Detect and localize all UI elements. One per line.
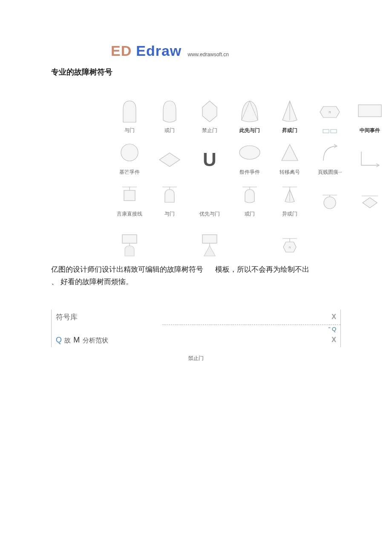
symbol-diamond-bar xyxy=(351,178,389,218)
close-icon[interactable]: X xyxy=(331,313,336,321)
panel-title: 符号库 xyxy=(56,312,78,322)
symbol-empty-r4-1 xyxy=(151,219,188,259)
label: 基芒孚件 xyxy=(119,169,140,176)
para-c: 、 好看的故障树而烦恼。 xyxy=(51,278,133,286)
symbol-or-gate: 或门 xyxy=(151,94,188,134)
symbol-xor-gate-2: 异或门 xyxy=(271,178,308,218)
page-heading: 专业的故障树符号 xyxy=(51,67,341,77)
svg-point-6 xyxy=(239,146,260,159)
symbol-empty-r4-5 xyxy=(311,219,349,259)
close-icon-2[interactable]: X xyxy=(331,336,336,344)
label: 言康直接线 xyxy=(117,210,142,218)
label: 或门 xyxy=(245,210,255,218)
label: 禁止门 xyxy=(202,127,217,134)
panel-q-right: " Q xyxy=(52,325,340,333)
label: 转移禼号 xyxy=(280,169,300,176)
label: 与门 xyxy=(164,210,175,218)
svg-point-5 xyxy=(121,144,138,161)
symbol-circle-bar xyxy=(311,178,349,218)
symbol-library-panel: 符号库 X " Q Q 故 M 分析范状 X xyxy=(51,310,341,347)
symbol-transfer: 转移禼号 xyxy=(271,136,308,176)
label: 中间事件 xyxy=(360,127,380,134)
para-a: 亿图的设计师们设计出精致可编辑的故障树符号 xyxy=(51,265,203,273)
symbol-xor-gate: 昇或门 xyxy=(271,94,308,134)
svg-rect-3 xyxy=(331,129,337,133)
panel-row2-left: Q 故 M 分析范状 xyxy=(56,336,108,345)
symbol-rect-over-triangle xyxy=(191,219,228,259)
label: 此先与门 xyxy=(239,127,260,134)
svg-rect-2 xyxy=(323,129,329,133)
symbol-inhibit-gate: 禁止门 xyxy=(191,94,228,134)
symbol-conditional-event: 祭件爭件 xyxy=(231,136,268,176)
small-caption: 鬃止门 xyxy=(51,355,341,362)
logo-url: www.edrawsoft.cn xyxy=(187,52,229,59)
m-icon: M xyxy=(73,336,80,344)
symbol-priority-and-2: 优先与门 xyxy=(191,178,228,218)
u-glyph: U xyxy=(203,149,216,170)
symbol-diamond xyxy=(151,136,188,176)
symbol-rect-over-and xyxy=(111,219,148,259)
svg-text:n: n xyxy=(329,110,331,114)
symbol-direct-line: 言康直接线 xyxy=(111,178,148,218)
row2-text2: 分析范状 xyxy=(83,336,108,344)
label xyxy=(321,128,338,134)
symbol-basic-event: 基芒孚件 xyxy=(111,136,148,176)
svg-rect-23 xyxy=(202,235,217,243)
symbol-curve-arrow: 頁贱圊痍··· xyxy=(311,136,349,176)
symbol-or-gate-2: 或门 xyxy=(231,178,268,218)
symbol-and-gate-2: 与门 xyxy=(151,178,188,218)
svg-rect-8 xyxy=(124,190,135,201)
label: 或门 xyxy=(164,127,175,134)
symbol-intermediate-event: 中间事件 xyxy=(351,94,389,134)
symbol-hexagon-bar: n xyxy=(271,219,308,259)
label: 昇或门 xyxy=(282,127,297,134)
svg-rect-21 xyxy=(122,235,137,243)
symbol-right-angle-arrow xyxy=(351,136,389,176)
symbol-and-gate: 与门 xyxy=(111,94,148,134)
row2-text1: 故 xyxy=(64,336,71,344)
label: 祭件爭件 xyxy=(239,169,260,176)
label: 优先与门 xyxy=(199,210,220,218)
symbol-empty-r4-6 xyxy=(351,219,389,259)
logo-name: Edraw xyxy=(136,43,182,59)
logo-prefix: ED xyxy=(111,43,132,59)
logo: ED Edraw www.edrawsoft.cn xyxy=(111,43,341,59)
symbol-priority-and-gate: 此先与门 xyxy=(231,94,268,134)
para-b: 模板，所以不会再为绘制不出 xyxy=(215,265,309,273)
svg-point-18 xyxy=(324,197,336,209)
symbol-hexagon-small: n xyxy=(311,94,349,134)
label: 异或门 xyxy=(282,210,297,218)
svg-rect-4 xyxy=(358,105,381,117)
label: 与门 xyxy=(124,127,135,134)
symbol-u-glyph: U xyxy=(191,136,228,176)
svg-text:n: n xyxy=(289,245,291,249)
label: 頁贱圊痍··· xyxy=(318,169,342,176)
q-icon: Q xyxy=(56,336,62,344)
symbol-empty-r4-3 xyxy=(231,219,268,259)
body-paragraph: 亿图的设计师们设计出精致可编辑的故障树符号 模板，所以不会再为绘制不出 、 好看… xyxy=(51,264,341,288)
symbol-gallery: 与门 或门 禁止门 xyxy=(111,94,341,259)
